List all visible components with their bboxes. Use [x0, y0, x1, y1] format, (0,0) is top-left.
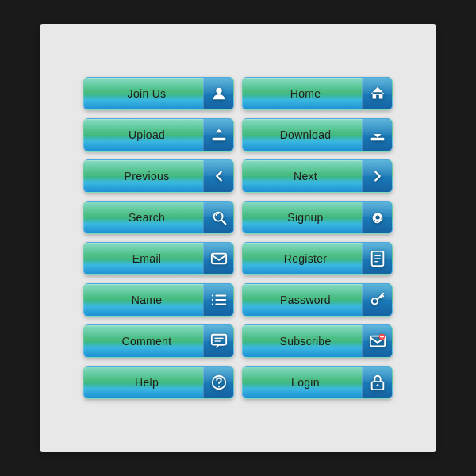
svg-point-20 [376, 384, 378, 386]
svg-rect-2 [370, 138, 384, 141]
login-button[interactable]: Login [242, 366, 393, 399]
button-label: Download [243, 129, 362, 141]
help-button[interactable]: Help [83, 366, 234, 399]
name-button[interactable]: Name [83, 283, 234, 317]
button-label: Login [243, 376, 362, 389]
card: Join Us Home Upload Download Previous Ne… [40, 24, 436, 452]
svg-rect-6 [211, 254, 225, 264]
button-label: Subscribe [243, 335, 362, 347]
register-button[interactable]: Register [242, 242, 393, 275]
button-icon [362, 242, 392, 275]
email-button[interactable]: Email [83, 242, 234, 275]
button-label: Previous [84, 170, 203, 182]
button-icon [362, 118, 392, 152]
button-label: Signup [243, 211, 362, 224]
button-icon [203, 118, 233, 152]
button-label: Email [84, 252, 203, 265]
button-icon [362, 324, 392, 358]
button-label: Password [243, 294, 362, 306]
button-icon [203, 366, 233, 399]
svg-line-4 [221, 220, 225, 224]
download-button[interactable]: Download [242, 118, 393, 152]
button-icon [362, 77, 392, 110]
svg-point-18 [218, 386, 220, 388]
button-icon [362, 283, 392, 317]
home-button[interactable]: Home [242, 77, 393, 110]
signup-button[interactable]: Signup [242, 201, 393, 234]
button-icon [203, 201, 233, 234]
button-icon [203, 283, 233, 317]
button-icon [362, 201, 392, 234]
svg-point-11 [371, 298, 377, 304]
button-label: Help [84, 376, 203, 389]
password-button[interactable]: Password [242, 283, 393, 317]
button-label: Register [243, 252, 362, 265]
svg-point-0 [216, 88, 221, 94]
button-icon [203, 242, 233, 275]
subscribe-button[interactable]: Subscribe [242, 324, 393, 358]
button-icon [362, 159, 392, 193]
comment-button[interactable]: Comment [83, 324, 234, 358]
button-icon [203, 324, 233, 358]
search-button[interactable]: Search [83, 201, 234, 234]
button-label: Next [243, 170, 362, 182]
next-button[interactable]: Next [242, 159, 393, 193]
upload-button[interactable]: Upload [83, 118, 234, 152]
svg-rect-1 [212, 138, 225, 141]
button-grid: Join Us Home Upload Download Previous Ne… [67, 61, 409, 415]
button-icon [362, 366, 392, 399]
button-label: Name [84, 294, 203, 306]
button-icon [203, 77, 233, 110]
button-label: Comment [84, 335, 203, 347]
button-icon [203, 159, 233, 193]
previous-button[interactable]: Previous [83, 159, 234, 193]
button-label: Upload [84, 129, 203, 141]
button-label: Join Us [84, 87, 203, 100]
button-label: Search [84, 211, 203, 224]
join-us-button[interactable]: Join Us [83, 77, 234, 110]
button-label: Home [243, 87, 362, 100]
svg-rect-12 [211, 335, 225, 345]
